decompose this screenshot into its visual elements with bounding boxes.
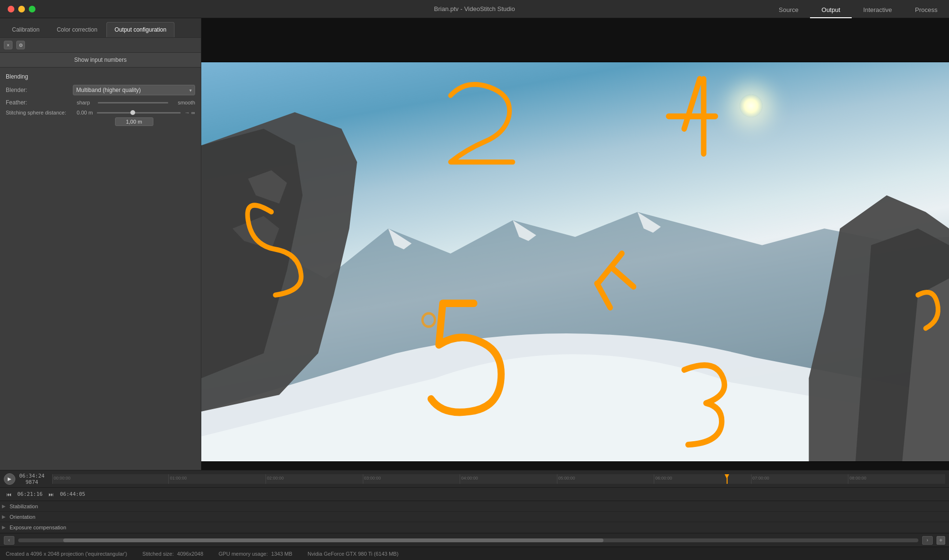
feather-label: Feather: [6, 99, 73, 106]
tab-source[interactable]: Source [767, 2, 810, 18]
window-controls [8, 6, 35, 12]
timeline-add-button[interactable]: + [937, 536, 945, 545]
track-orientation-expand-icon: ▶ [2, 514, 10, 519]
panel-toolbar: × ⚙ [0, 38, 201, 53]
tab-output[interactable]: Output [810, 2, 852, 18]
track-orientation-label: Orientation [10, 514, 947, 520]
blender-label: Blender: [6, 87, 73, 93]
feather-slider[interactable] [98, 102, 168, 103]
stitch-row: Stitching sphere distance: 0.00 m → ∞ [6, 110, 195, 115]
stitched-size-value: 4096x2048 [177, 551, 203, 557]
timeline-ruler: 00:00:00 01:00:00 02:00:00 03:00:00 04:0… [52, 474, 945, 484]
blender-value: Multiband (higher quality) [76, 87, 189, 93]
status-projection: Created a 4096 x 2048 projection ('equir… [6, 551, 127, 557]
track-exposure-compensation[interactable]: ▶ Exposure compensation [0, 522, 949, 533]
stitch-input-wrap [6, 117, 195, 126]
show-input-numbers-row[interactable]: Show input numbers [0, 53, 201, 68]
show-input-numbers-label: Show input numbers [74, 57, 127, 63]
feather-sharp-label: sharp [77, 100, 94, 105]
blender-select[interactable]: Multiband (higher quality) ▾ [73, 85, 195, 95]
timeline-next-button[interactable]: › [922, 536, 933, 545]
timeline-prev-button[interactable]: ‹ [4, 536, 14, 545]
panel-close-button[interactable]: × [4, 41, 12, 49]
track-orientation[interactable]: ▶ Orientation [0, 512, 949, 522]
status-stitched-size: Stitched size: 4096x2048 [142, 551, 203, 557]
stitched-size-label: Stitched size: [142, 551, 174, 557]
play-button[interactable]: ▶ [4, 473, 15, 485]
ruler-marks: 00:00:00 01:00:00 02:00:00 03:00:00 04:0… [52, 474, 945, 484]
tab-calibration[interactable]: Calibration [4, 22, 47, 37]
gpu-value: 1343 MB [271, 551, 292, 557]
timeline-mid: ⏮ 06:21:16 ⏭ 06:44:05 [0, 488, 949, 501]
timeline-tracks: ▶ Stabilization ▶ Orientation ▶ Exposure… [0, 501, 949, 533]
window-title: Brian.ptv - VideoStitch Studio [434, 5, 515, 12]
tab-output-configuration[interactable]: Output configuration [106, 22, 174, 37]
stitch-slider-thumb [130, 110, 135, 115]
main-layout: Calibration Color correction Output conf… [0, 18, 949, 480]
stitch-infinity-label: → ∞ [185, 110, 195, 115]
tab-process[interactable]: Process [903, 2, 949, 18]
track-exposure-expand-icon: ▶ [2, 525, 10, 530]
stitch-slider[interactable] [97, 112, 181, 114]
current-timecode: 06:34:24 [19, 473, 45, 479]
timeline-area: ▶ 06:34:24 9874 00:00:00 01:00:00 02:00:… [0, 470, 949, 547]
track-expand-icon: ▶ [2, 503, 10, 509]
ruler-mark-5: 05:00:00 [557, 474, 654, 484]
preview-black-top [201, 18, 949, 62]
stitch-value: 0.00 m [77, 110, 93, 115]
maximize-button[interactable] [29, 6, 35, 12]
panel-settings-button[interactable]: ⚙ [16, 41, 25, 49]
timeline-controls: ▶ 06:34:24 9874 00:00:00 01:00:00 02:00:… [0, 470, 949, 488]
status-gpu-memory: GPU memory usage: 1343 MB [219, 551, 292, 557]
tab-interactive[interactable]: Interactive [852, 2, 903, 18]
tab-color-correction[interactable]: Color correction [48, 22, 105, 37]
blender-arrow-icon: ▾ [189, 88, 192, 93]
blending-section: Blending Blender: Multiband (higher qual… [0, 68, 201, 132]
track-stabilization[interactable]: ▶ Stabilization [0, 501, 949, 512]
status-gpu-model: Nvidia GeForce GTX 980 Ti (6143 MB) [308, 551, 399, 557]
track-stabilization-label: Stabilization [10, 503, 947, 509]
titlebar: Brian.ptv - VideoStitch Studio Source Ou… [0, 0, 949, 18]
close-button[interactable] [8, 6, 14, 12]
out-point-timecode: 06:44:05 [60, 491, 85, 497]
preview-area [201, 18, 949, 480]
gpu-label: GPU memory usage: [219, 551, 268, 557]
preview-image [201, 62, 949, 461]
in-point-timecode: 06:21:16 [17, 491, 43, 497]
ruler-mark-6: 06:00:00 [654, 474, 751, 484]
ruler-mark-2: 02:00:00 [266, 474, 363, 484]
ruler-mark-1: 01:00:00 [168, 474, 266, 484]
transport-next-button[interactable]: ⏭ [46, 490, 56, 499]
ruler-mark-0: 00:00:00 [52, 474, 168, 484]
stitch-input-field[interactable] [115, 117, 153, 126]
timeline-bottom: ‹ › + [0, 533, 949, 547]
minimize-button[interactable] [18, 6, 25, 12]
blending-title: Blending [6, 73, 195, 80]
feather-smooth-label: smooth [172, 100, 195, 105]
top-navigation: Source Output Interactive Process [767, 0, 949, 18]
left-panel: Calibration Color correction Output conf… [0, 18, 201, 480]
timeline-scrollbar-thumb [63, 538, 603, 542]
stitch-label: Stitching sphere distance: [6, 110, 73, 115]
track-exposure-label: Exposure compensation [10, 525, 947, 530]
transport-prev-button[interactable]: ⏮ [4, 490, 13, 499]
ruler-mark-8: 08:00:00 [848, 474, 945, 484]
ruler-mark-7: 07:00:00 [751, 474, 848, 484]
panel-tabs: Calibration Color correction Output conf… [0, 18, 201, 38]
play-icon: ▶ [8, 476, 12, 481]
blender-row: Blender: Multiband (higher quality) ▾ [6, 85, 195, 95]
status-bar: Created a 4096 x 2048 projection ('equir… [0, 547, 949, 560]
frame-number: 9874 [25, 479, 38, 485]
feather-row: Feather: sharp smooth [6, 99, 195, 106]
ruler-mark-3: 03:00:00 [363, 474, 460, 484]
ruler-mark-4: 04:00:00 [460, 474, 557, 484]
timeline-scrollbar[interactable] [18, 538, 918, 542]
